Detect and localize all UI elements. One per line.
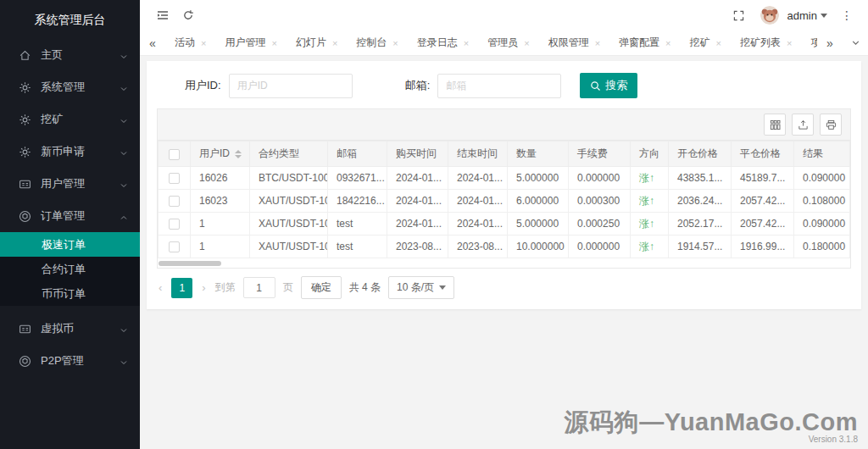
sidebar-subitem-fast-orders[interactable]: 极速订单 [0, 232, 140, 257]
tab-admins[interactable]: 管理员× [478, 30, 538, 55]
user-menu[interactable]: admin [787, 9, 827, 22]
close-icon[interactable]: × [332, 38, 337, 48]
app-title: 系统管理后台 [0, 0, 140, 39]
fullscreen-icon[interactable] [726, 3, 752, 28]
select-all-checkbox[interactable] [169, 149, 180, 160]
orders-table: 用户ID 合约类型 邮箱 购买时间 结束时间 数量 手续费 方向 开仓价格 平仓… [158, 141, 850, 258]
tab-mining[interactable]: 挖矿× [681, 30, 731, 55]
sidebar-item-system[interactable]: 系统管理 [0, 71, 140, 103]
close-icon[interactable]: × [665, 38, 670, 48]
gear-icon [19, 146, 31, 158]
username: admin [787, 9, 817, 22]
content-area: 用户ID: 邮箱: 搜索 [140, 56, 868, 449]
sidebar-subitem-contract-orders[interactable]: 合约订单 [0, 257, 140, 281]
gear-icon [19, 114, 31, 126]
close-icon[interactable]: × [524, 38, 529, 48]
prev-page-icon[interactable]: ‹ [157, 281, 164, 294]
tab-console[interactable]: 控制台× [347, 30, 407, 55]
tab-project-management[interactable]: 项目管理× [801, 30, 817, 55]
table-horizontal-scrollbar[interactable] [159, 261, 221, 266]
tab-slides[interactable]: 幻灯片× [287, 30, 347, 55]
sidebar-subitem-spot-orders[interactable]: 币币订单 [0, 281, 140, 306]
sidebar-item-label: 用户管理 [41, 176, 120, 191]
tab-mining-list[interactable]: 挖矿列表× [731, 30, 801, 55]
tab-permissions[interactable]: 权限管理× [539, 30, 609, 55]
tab-login-logs[interactable]: 登录日志× [408, 30, 478, 55]
chevron-down-icon [120, 180, 128, 188]
columns-filter-icon[interactable] [764, 114, 786, 136]
refresh-icon[interactable] [175, 3, 201, 28]
tab-activity[interactable]: 活动× [165, 30, 215, 55]
direction-up: 涨↑ [631, 236, 669, 258]
row-checkbox[interactable] [169, 173, 180, 184]
search-button[interactable]: 搜索 [580, 73, 637, 98]
close-icon[interactable]: × [716, 38, 721, 48]
sidebar-item-label: 虚拟币 [41, 321, 120, 336]
more-menu-icon[interactable]: ⋮ [836, 8, 858, 22]
close-icon[interactable]: × [271, 38, 276, 48]
table-toolbar [158, 109, 850, 141]
chevron-down-icon [120, 51, 128, 59]
tabs-scroll-left-icon[interactable]: « [140, 30, 165, 55]
chevron-down-icon [821, 14, 827, 18]
open-tabs: 活动× 用户管理× 幻灯片× 控制台× 登录日志× 管理员× 权限管理× 弹窗配… [165, 30, 817, 55]
close-icon[interactable]: × [595, 38, 600, 48]
tabbar: « 活动× 用户管理× 幻灯片× 控制台× 登录日志× 管理员× 权限管理× 弹… [140, 30, 868, 56]
sidebar-item-label: P2P管理 [41, 353, 120, 369]
goto-prefix: 到第 [215, 280, 236, 295]
goto-page-input[interactable] [243, 277, 275, 298]
direction-up: 涨↑ [631, 167, 669, 190]
chevron-down-icon [120, 147, 128, 156]
sidebar-item-p2p[interactable]: P2P管理 [0, 345, 140, 377]
panel-icon [19, 323, 31, 335]
panel-icon [19, 178, 31, 191]
table-header-row: 用户ID 合约类型 邮箱 购买时间 结束时间 数量 手续费 方向 开仓价格 平仓… [159, 141, 850, 167]
total-count: 共 4 条 [349, 280, 381, 295]
export-icon[interactable] [792, 114, 814, 136]
col-direction: 方向 [631, 141, 669, 167]
email-input[interactable] [437, 74, 561, 98]
sidebar-item-mining[interactable]: 挖矿 [0, 103, 140, 136]
col-buy-time: 购买时间 [387, 141, 448, 167]
page-number-current[interactable]: 1 [171, 278, 192, 298]
page-size-select[interactable]: 10 条/页 [388, 276, 454, 299]
chevron-down-icon [439, 285, 446, 290]
direction-up: 涨↑ [631, 190, 669, 213]
tab-user-management[interactable]: 用户管理× [215, 30, 286, 55]
sidebar-item-home[interactable]: 主页 [0, 39, 140, 71]
row-checkbox[interactable] [169, 241, 180, 252]
sidebar-item-label: 挖矿 [41, 112, 120, 127]
print-icon[interactable] [820, 114, 842, 136]
col-email: 邮箱 [328, 141, 387, 167]
sidebar-item-users[interactable]: 用户管理 [0, 168, 140, 200]
col-contract-type: 合约类型 [250, 141, 328, 167]
sidebar-item-new-coin[interactable]: 新币申请 [0, 136, 140, 168]
chevron-down-icon [120, 324, 128, 333]
sidebar-item-virtual-coin[interactable]: 虚拟币 [0, 313, 140, 345]
sidebar-item-label: 新币申请 [41, 144, 120, 159]
sidebar-item-label: 主页 [41, 47, 120, 63]
sidebar-item-label: 系统管理 [41, 80, 120, 95]
sidebar-item-orders[interactable]: 订单管理 [0, 200, 140, 232]
close-icon[interactable]: × [201, 38, 206, 48]
row-checkbox[interactable] [169, 219, 180, 230]
user-id-input[interactable] [229, 74, 353, 98]
goto-confirm-button[interactable]: 确定 [301, 276, 342, 299]
avatar[interactable] [760, 6, 779, 25]
home-icon [19, 49, 31, 62]
app-window: 系统管理后台 主页 系统管理 挖矿 新币申请 用户管理 [0, 0, 868, 449]
close-icon[interactable]: × [392, 38, 398, 48]
next-page-icon[interactable]: › [200, 281, 207, 294]
main-area: admin ⋮ « 活动× 用户管理× 幻灯片× 控制台× 登录日志× 管理员×… [140, 0, 868, 449]
sort-icon[interactable] [235, 150, 242, 158]
row-checkbox[interactable] [169, 196, 180, 207]
table-row: 16023 XAUT/USDT-100s 1842216... 2024-01.… [159, 190, 850, 213]
sidebar-collapse-icon[interactable] [150, 3, 175, 28]
tabs-scroll-right-icon[interactable]: » [817, 30, 843, 55]
col-open-price: 开仓价格 [669, 141, 732, 167]
tabs-menu-icon[interactable] [843, 30, 868, 55]
tab-popup-config[interactable]: 弹窗配置× [609, 30, 680, 55]
table-row: 1 XAUT/USDT-100s test 2023-08... 2023-08… [159, 236, 850, 258]
close-icon[interactable]: × [464, 38, 469, 48]
close-icon[interactable]: × [787, 38, 792, 48]
